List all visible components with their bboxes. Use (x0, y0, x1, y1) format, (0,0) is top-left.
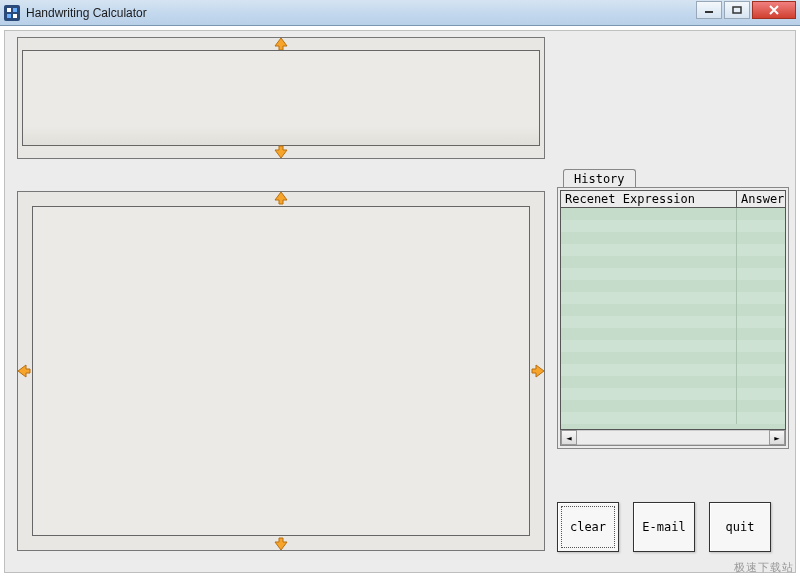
app-icon (4, 5, 20, 21)
table-row[interactable] (561, 220, 785, 232)
svg-rect-3 (13, 14, 17, 18)
tabstrip: History (557, 167, 789, 187)
expression-display-panel (17, 37, 545, 159)
table-row[interactable] (561, 328, 785, 340)
window-title: Handwriting Calculator (26, 6, 147, 20)
table-row[interactable] (561, 208, 785, 220)
table-row[interactable] (561, 376, 785, 388)
maximize-button[interactable] (724, 1, 750, 19)
svg-rect-5 (733, 7, 741, 13)
minimize-button[interactable] (696, 1, 722, 19)
history-header: Recenet Expression Answer (560, 190, 786, 208)
arrow-right-icon[interactable] (530, 363, 546, 379)
quit-button[interactable]: quit (709, 502, 771, 552)
table-row[interactable] (561, 292, 785, 304)
table-row[interactable] (561, 304, 785, 316)
arrow-up-icon[interactable] (273, 190, 289, 206)
table-row[interactable] (561, 364, 785, 376)
history-col-expression[interactable]: Recenet Expression (561, 191, 737, 207)
table-row[interactable] (561, 244, 785, 256)
history-col-answer[interactable]: Answer (737, 191, 785, 207)
handwriting-canvas[interactable] (32, 206, 530, 536)
svg-rect-2 (7, 14, 11, 18)
table-row[interactable] (561, 388, 785, 400)
table-row[interactable] (561, 352, 785, 364)
close-button[interactable] (752, 1, 796, 19)
svg-rect-1 (13, 8, 17, 12)
titlebar: Handwriting Calculator (0, 0, 800, 26)
handwriting-panel (17, 191, 545, 551)
client-area: History Recenet Expression Answer (4, 30, 796, 573)
svg-rect-4 (705, 11, 713, 13)
action-buttons: clear E-mail quit (557, 502, 789, 552)
table-row[interactable] (561, 268, 785, 280)
tab-history[interactable]: History (563, 169, 636, 187)
table-row[interactable] (561, 280, 785, 292)
expression-display (22, 50, 540, 146)
history-section: History Recenet Expression Answer (557, 167, 789, 449)
table-row[interactable] (561, 412, 785, 424)
arrow-down-icon[interactable] (273, 536, 289, 552)
scroll-right-button[interactable]: ► (769, 430, 785, 445)
history-body[interactable] (560, 208, 786, 430)
email-button[interactable]: E-mail (633, 502, 695, 552)
clear-button[interactable]: clear (557, 502, 619, 552)
table-row[interactable] (561, 256, 785, 268)
history-scrollbar[interactable]: ◄ ► (560, 430, 786, 446)
window-controls (696, 1, 796, 19)
table-row[interactable] (561, 232, 785, 244)
scroll-left-button[interactable]: ◄ (561, 430, 577, 445)
table-row[interactable] (561, 340, 785, 352)
arrow-left-icon[interactable] (16, 363, 32, 379)
table-row[interactable] (561, 316, 785, 328)
watermark-text: 极速下载站 (734, 560, 794, 575)
arrow-down-icon[interactable] (273, 144, 289, 160)
svg-rect-0 (7, 8, 11, 12)
scroll-track[interactable] (577, 430, 769, 445)
history-box: Recenet Expression Answer (557, 187, 789, 449)
table-row[interactable] (561, 400, 785, 412)
